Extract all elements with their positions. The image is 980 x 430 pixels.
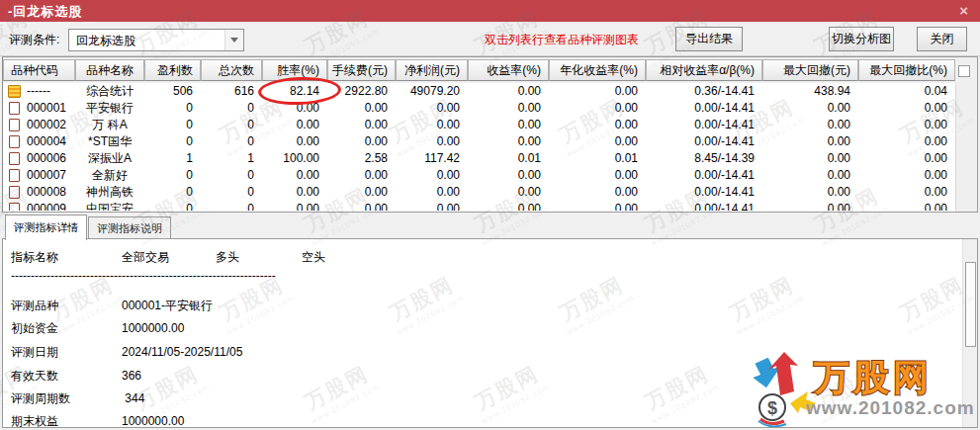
table-cell: 0.00 — [762, 167, 858, 184]
close-button[interactable]: 关闭 — [917, 27, 967, 51]
table-cell: 438.94 — [762, 83, 858, 100]
table-row[interactable]: 000007全新好000.000.000.000.000.000.00/-14.… — [3, 167, 955, 184]
stock-name: 万 科A — [75, 117, 144, 133]
table-row[interactable]: ------综合统计50661682.142922.8049079.200.00… — [3, 83, 955, 100]
table-cell: 100.00 — [262, 150, 327, 167]
stock-doc-icon — [9, 135, 20, 148]
table-cell: 0.00 — [468, 201, 549, 211]
stock-name: 综合统计 — [75, 83, 144, 100]
table-row[interactable]: 000002万 科A000.000.000.000.000.000.00/-14… — [3, 117, 955, 133]
table-cell: 1 — [201, 150, 262, 167]
table-cell: 0.00 — [549, 117, 646, 133]
stock-doc-icon — [9, 102, 20, 115]
chevron-down-icon[interactable] — [224, 30, 243, 50]
detail-label: 有效天数 — [11, 367, 58, 385]
detail-value: 344 — [122, 389, 144, 407]
tab-indicator-details[interactable]: 评测指标详情 — [5, 215, 87, 240]
stock-code: ------ — [27, 84, 50, 98]
table-cell: 0.00 — [858, 167, 955, 184]
export-results-button[interactable]: 导出结果 — [675, 27, 743, 51]
table-cell: 0 — [201, 133, 262, 150]
column-header[interactable]: 盈利数 — [144, 59, 201, 81]
detail-label: 评测品种 — [11, 297, 58, 314]
column-header[interactable]: 最大回撤(元) — [762, 59, 858, 81]
table-cell: 0.00 — [468, 83, 549, 100]
table-cell: 0.00 — [858, 117, 955, 133]
detail-label: 评测周期数 — [11, 389, 70, 407]
stock-code: 000004 — [27, 134, 66, 148]
condition-combobox[interactable]: 回龙标选股 — [68, 29, 244, 51]
detail-separator: ----------------------------------------… — [11, 269, 387, 283]
column-header[interactable]: 最大回撤比(%) — [858, 59, 955, 81]
table-cell: 0.00/-14.41 — [646, 167, 762, 184]
tab-indicator-help[interactable]: 评测指标说明 — [88, 216, 171, 239]
stock-name: 全新好 — [75, 167, 144, 184]
table-cell: 0 — [201, 184, 262, 201]
detail-value: 366 — [122, 367, 141, 385]
table-row[interactable]: 000004*ST国华000.000.000.000.000.000.00/-1… — [3, 133, 955, 150]
table-cell: 0 — [144, 201, 201, 211]
svg-text:$: $ — [767, 398, 777, 418]
detail-label: 初始资金 — [11, 319, 58, 337]
table-cell: 0.00/-14.41 — [646, 184, 762, 201]
stock-name: 神州高铁 — [75, 184, 144, 201]
title-bar: -回龙标选股 × — [0, 0, 980, 22]
table-row[interactable]: 000008神州高铁000.000.000.000.000.000.00/-14… — [3, 184, 955, 201]
results-table: 品种代码品种名称盈利数总次数胜率(%)手续费(元)净利润(元)收益率(%)年化收… — [2, 56, 978, 213]
table-cell: 0.00 — [549, 83, 646, 100]
detail-col-long: 多头 — [216, 248, 239, 266]
table-cell: 0.00 — [549, 167, 646, 184]
brand-url: www.201082.com — [806, 397, 975, 419]
column-header[interactable]: 净利润(元) — [396, 59, 468, 81]
table-cell: 0.00/-14.41 — [646, 117, 762, 133]
table-cell: 0 — [144, 133, 201, 150]
table-row[interactable]: 000009中国宝安000.000.000.000.000.000.00/-14… — [3, 201, 955, 211]
table-cell: 0 — [201, 201, 262, 211]
stock-doc-icon — [9, 152, 20, 165]
column-header[interactable]: 品种名称 — [75, 59, 144, 81]
switch-analysis-chart-button[interactable]: 切换分析图 — [829, 27, 894, 51]
table-cell: 0 — [201, 167, 262, 184]
table-cell: 0.00 — [762, 201, 858, 211]
table-cell: 0.00 — [262, 201, 327, 211]
table-cell: 0.00 — [468, 100, 549, 117]
tab-bar: 评测指标详情 评测指标说明 — [2, 213, 978, 239]
column-header[interactable]: 手续费(元) — [327, 59, 396, 81]
column-header[interactable]: 收益率(%) — [468, 59, 549, 81]
column-header[interactable]: 相对收益率α/β(%) — [646, 59, 762, 81]
column-header[interactable]: 总次数 — [201, 59, 262, 81]
column-header[interactable]: 品种代码 — [3, 59, 75, 81]
table-cell: 2.58 — [327, 150, 396, 167]
table-cell: 0.01 — [468, 150, 549, 167]
table-row[interactable]: 000001平安银行000.000.000.000.000.000.00/-14… — [3, 100, 955, 117]
table-cell: 0.00/-14.41 — [646, 100, 762, 117]
table-cell: 0.00 — [262, 167, 327, 184]
table-cell: 0.00 — [762, 133, 858, 150]
close-icon[interactable]: × — [959, 2, 968, 19]
table-cell: 0.00 — [262, 133, 327, 150]
table-cell: 0 — [144, 100, 201, 117]
table-cell: 0.00 — [396, 201, 468, 211]
table-cell: 0.00 — [858, 100, 955, 117]
stock-code: 000009 — [27, 202, 66, 211]
table-cell: 0.00 — [858, 201, 955, 211]
table-cell: 0.00 — [762, 117, 858, 133]
column-header[interactable]: 年化收益率(%) — [549, 59, 646, 81]
table-body: ------综合统计50661682.142922.8049079.200.00… — [3, 83, 977, 211]
table-cell: 0.00 — [762, 150, 858, 167]
table-cell: 0.00 — [858, 184, 955, 201]
scrollbar-thumb[interactable] — [965, 262, 976, 347]
table-cell: 0.00 — [468, 167, 549, 184]
table-row[interactable]: 000006深振业A11100.002.58117.420.010.018.45… — [3, 150, 955, 167]
detail-col-name: 指标名称 — [11, 248, 58, 266]
condition-value: 回龙标选股 — [76, 33, 135, 49]
table-cell: 0 — [201, 117, 262, 133]
table-cell: 0 — [144, 184, 201, 201]
table-cell: 0.00 — [327, 184, 396, 201]
table-right-gutter — [955, 83, 977, 212]
double-click-hint: 双击列表行查看品种评测图表 — [485, 32, 639, 48]
table-cell: 0.00 — [858, 133, 955, 150]
table-cell: 0.00 — [549, 133, 646, 150]
table-cell: 0.00 — [262, 117, 327, 133]
table-cell: 0.00/-14.41 — [646, 133, 762, 150]
